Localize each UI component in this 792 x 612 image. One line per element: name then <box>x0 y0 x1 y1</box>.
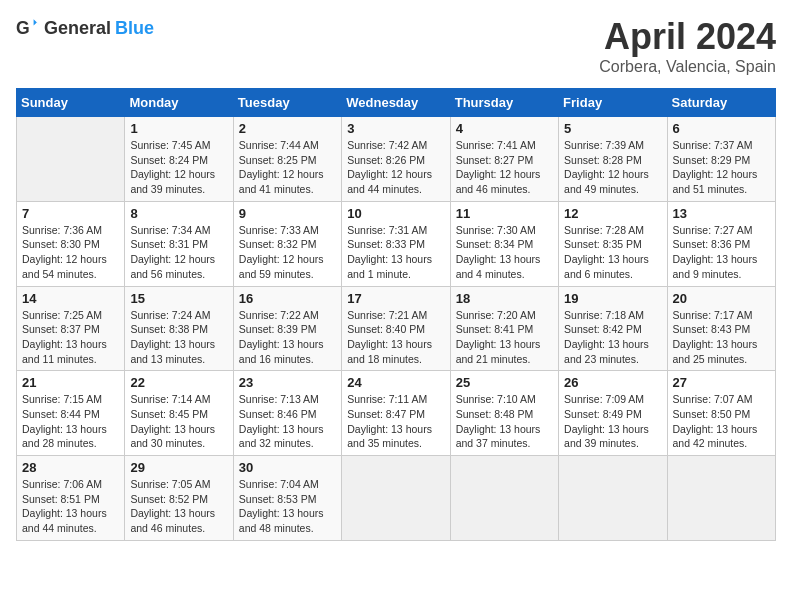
calendar-cell <box>667 456 775 541</box>
cell-info: Sunrise: 7:25 AM Sunset: 8:37 PM Dayligh… <box>22 308 119 367</box>
logo-blue: Blue <box>115 18 154 39</box>
day-number: 11 <box>456 206 553 221</box>
logo-icon: G <box>16 16 40 40</box>
calendar-cell: 2Sunrise: 7:44 AM Sunset: 8:25 PM Daylig… <box>233 117 341 202</box>
calendar-cell: 22Sunrise: 7:14 AM Sunset: 8:45 PM Dayli… <box>125 371 233 456</box>
cell-info: Sunrise: 7:21 AM Sunset: 8:40 PM Dayligh… <box>347 308 444 367</box>
day-number: 19 <box>564 291 661 306</box>
calendar-cell: 4Sunrise: 7:41 AM Sunset: 8:27 PM Daylig… <box>450 117 558 202</box>
day-number: 9 <box>239 206 336 221</box>
calendar-cell: 29Sunrise: 7:05 AM Sunset: 8:52 PM Dayli… <box>125 456 233 541</box>
day-number: 1 <box>130 121 227 136</box>
day-number: 20 <box>673 291 770 306</box>
calendar-week-row: 1Sunrise: 7:45 AM Sunset: 8:24 PM Daylig… <box>17 117 776 202</box>
day-number: 21 <box>22 375 119 390</box>
calendar-cell: 9Sunrise: 7:33 AM Sunset: 8:32 PM Daylig… <box>233 201 341 286</box>
calendar-cell: 30Sunrise: 7:04 AM Sunset: 8:53 PM Dayli… <box>233 456 341 541</box>
calendar-cell: 14Sunrise: 7:25 AM Sunset: 8:37 PM Dayli… <box>17 286 125 371</box>
day-number: 16 <box>239 291 336 306</box>
calendar-cell: 27Sunrise: 7:07 AM Sunset: 8:50 PM Dayli… <box>667 371 775 456</box>
day-number: 27 <box>673 375 770 390</box>
calendar-cell: 12Sunrise: 7:28 AM Sunset: 8:35 PM Dayli… <box>559 201 667 286</box>
cell-info: Sunrise: 7:13 AM Sunset: 8:46 PM Dayligh… <box>239 392 336 451</box>
day-number: 10 <box>347 206 444 221</box>
cell-info: Sunrise: 7:17 AM Sunset: 8:43 PM Dayligh… <box>673 308 770 367</box>
cell-info: Sunrise: 7:39 AM Sunset: 8:28 PM Dayligh… <box>564 138 661 197</box>
location-title: Corbera, Valencia, Spain <box>599 58 776 76</box>
calendar-cell: 16Sunrise: 7:22 AM Sunset: 8:39 PM Dayli… <box>233 286 341 371</box>
title-block: April 2024 Corbera, Valencia, Spain <box>599 16 776 76</box>
cell-info: Sunrise: 7:14 AM Sunset: 8:45 PM Dayligh… <box>130 392 227 451</box>
day-number: 5 <box>564 121 661 136</box>
day-number: 14 <box>22 291 119 306</box>
calendar-cell: 6Sunrise: 7:37 AM Sunset: 8:29 PM Daylig… <box>667 117 775 202</box>
calendar-week-row: 21Sunrise: 7:15 AM Sunset: 8:44 PM Dayli… <box>17 371 776 456</box>
calendar-cell: 8Sunrise: 7:34 AM Sunset: 8:31 PM Daylig… <box>125 201 233 286</box>
calendar-header-row: SundayMondayTuesdayWednesdayThursdayFrid… <box>17 89 776 117</box>
cell-info: Sunrise: 7:37 AM Sunset: 8:29 PM Dayligh… <box>673 138 770 197</box>
day-number: 6 <box>673 121 770 136</box>
header-tuesday: Tuesday <box>233 89 341 117</box>
day-number: 2 <box>239 121 336 136</box>
day-number: 24 <box>347 375 444 390</box>
calendar-cell: 28Sunrise: 7:06 AM Sunset: 8:51 PM Dayli… <box>17 456 125 541</box>
day-number: 12 <box>564 206 661 221</box>
calendar-cell: 25Sunrise: 7:10 AM Sunset: 8:48 PM Dayli… <box>450 371 558 456</box>
cell-info: Sunrise: 7:27 AM Sunset: 8:36 PM Dayligh… <box>673 223 770 282</box>
logo-general: General <box>44 18 111 39</box>
day-number: 4 <box>456 121 553 136</box>
day-number: 26 <box>564 375 661 390</box>
calendar-body: 1Sunrise: 7:45 AM Sunset: 8:24 PM Daylig… <box>17 117 776 541</box>
cell-info: Sunrise: 7:45 AM Sunset: 8:24 PM Dayligh… <box>130 138 227 197</box>
cell-info: Sunrise: 7:33 AM Sunset: 8:32 PM Dayligh… <box>239 223 336 282</box>
calendar-cell: 24Sunrise: 7:11 AM Sunset: 8:47 PM Dayli… <box>342 371 450 456</box>
calendar-cell: 26Sunrise: 7:09 AM Sunset: 8:49 PM Dayli… <box>559 371 667 456</box>
cell-info: Sunrise: 7:41 AM Sunset: 8:27 PM Dayligh… <box>456 138 553 197</box>
calendar-cell: 17Sunrise: 7:21 AM Sunset: 8:40 PM Dayli… <box>342 286 450 371</box>
calendar-cell: 20Sunrise: 7:17 AM Sunset: 8:43 PM Dayli… <box>667 286 775 371</box>
day-number: 15 <box>130 291 227 306</box>
cell-info: Sunrise: 7:15 AM Sunset: 8:44 PM Dayligh… <box>22 392 119 451</box>
calendar-cell <box>450 456 558 541</box>
calendar-cell: 5Sunrise: 7:39 AM Sunset: 8:28 PM Daylig… <box>559 117 667 202</box>
calendar-cell: 19Sunrise: 7:18 AM Sunset: 8:42 PM Dayli… <box>559 286 667 371</box>
cell-info: Sunrise: 7:31 AM Sunset: 8:33 PM Dayligh… <box>347 223 444 282</box>
cell-info: Sunrise: 7:22 AM Sunset: 8:39 PM Dayligh… <box>239 308 336 367</box>
header-saturday: Saturday <box>667 89 775 117</box>
cell-info: Sunrise: 7:24 AM Sunset: 8:38 PM Dayligh… <box>130 308 227 367</box>
calendar-cell: 23Sunrise: 7:13 AM Sunset: 8:46 PM Dayli… <box>233 371 341 456</box>
logo: G GeneralBlue <box>16 16 154 40</box>
day-number: 18 <box>456 291 553 306</box>
header-thursday: Thursday <box>450 89 558 117</box>
header-sunday: Sunday <box>17 89 125 117</box>
cell-info: Sunrise: 7:34 AM Sunset: 8:31 PM Dayligh… <box>130 223 227 282</box>
cell-info: Sunrise: 7:42 AM Sunset: 8:26 PM Dayligh… <box>347 138 444 197</box>
calendar-cell: 7Sunrise: 7:36 AM Sunset: 8:30 PM Daylig… <box>17 201 125 286</box>
cell-info: Sunrise: 7:09 AM Sunset: 8:49 PM Dayligh… <box>564 392 661 451</box>
day-number: 25 <box>456 375 553 390</box>
cell-info: Sunrise: 7:05 AM Sunset: 8:52 PM Dayligh… <box>130 477 227 536</box>
day-number: 8 <box>130 206 227 221</box>
day-number: 7 <box>22 206 119 221</box>
calendar-cell <box>559 456 667 541</box>
cell-info: Sunrise: 7:36 AM Sunset: 8:30 PM Dayligh… <box>22 223 119 282</box>
header-wednesday: Wednesday <box>342 89 450 117</box>
cell-info: Sunrise: 7:20 AM Sunset: 8:41 PM Dayligh… <box>456 308 553 367</box>
calendar-cell <box>17 117 125 202</box>
cell-info: Sunrise: 7:28 AM Sunset: 8:35 PM Dayligh… <box>564 223 661 282</box>
calendar-cell: 15Sunrise: 7:24 AM Sunset: 8:38 PM Dayli… <box>125 286 233 371</box>
day-number: 17 <box>347 291 444 306</box>
header-friday: Friday <box>559 89 667 117</box>
cell-info: Sunrise: 7:30 AM Sunset: 8:34 PM Dayligh… <box>456 223 553 282</box>
header-monday: Monday <box>125 89 233 117</box>
cell-info: Sunrise: 7:04 AM Sunset: 8:53 PM Dayligh… <box>239 477 336 536</box>
calendar-cell: 1Sunrise: 7:45 AM Sunset: 8:24 PM Daylig… <box>125 117 233 202</box>
calendar-cell: 18Sunrise: 7:20 AM Sunset: 8:41 PM Dayli… <box>450 286 558 371</box>
calendar-cell: 3Sunrise: 7:42 AM Sunset: 8:26 PM Daylig… <box>342 117 450 202</box>
calendar-week-row: 14Sunrise: 7:25 AM Sunset: 8:37 PM Dayli… <box>17 286 776 371</box>
cell-info: Sunrise: 7:18 AM Sunset: 8:42 PM Dayligh… <box>564 308 661 367</box>
calendar-cell: 10Sunrise: 7:31 AM Sunset: 8:33 PM Dayli… <box>342 201 450 286</box>
day-number: 3 <box>347 121 444 136</box>
day-number: 29 <box>130 460 227 475</box>
day-number: 22 <box>130 375 227 390</box>
